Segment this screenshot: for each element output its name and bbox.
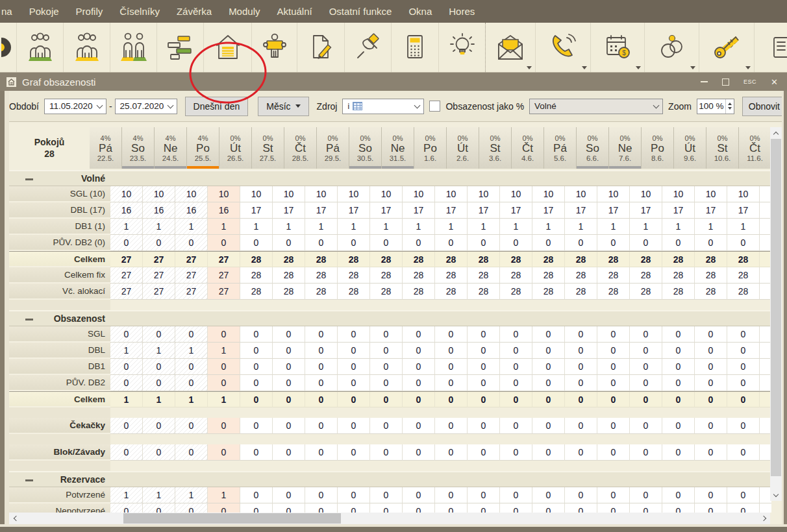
menu-item-hores[interactable]: Hores <box>440 6 483 17</box>
guests-group-yellow-icon[interactable] <box>64 23 110 72</box>
menu-item-okna[interactable]: Okna <box>400 6 440 17</box>
maximize-button[interactable] <box>722 79 729 86</box>
value-cell: 0 <box>597 487 630 503</box>
collapse-minus-icon[interactable] <box>25 319 33 320</box>
day-header-3-6-[interactable]: 0%St3.6. <box>479 127 512 169</box>
spin-up-icon[interactable] <box>728 103 732 105</box>
day-header-8-6-[interactable]: 0%Po8.6. <box>642 127 674 169</box>
value-cell: 0 <box>110 359 143 375</box>
day-name: Čt <box>522 142 533 154</box>
date-to-select[interactable]: 25.07.2020 <box>115 99 177 114</box>
day-header-30-5-[interactable]: 0%So30.5. <box>349 127 382 169</box>
mail-dropdown-arrow[interactable] <box>527 66 532 69</box>
row-label: Celkem <box>9 392 110 407</box>
edit-document-icon[interactable] <box>297 23 345 72</box>
menu-item-ciselniky[interactable]: Číselníky <box>111 6 168 17</box>
window-titlebar[interactable]: Graf obsazenosti ESC ✕ <box>0 73 787 91</box>
rings-dropdown-arrow[interactable] <box>690 66 695 69</box>
horizontal-scrollbar[interactable] <box>9 513 770 524</box>
esc-button[interactable]: ESC <box>743 79 756 85</box>
zoom-spinner[interactable]: 100 % <box>697 99 734 114</box>
menu-item-moduly[interactable]: Moduly <box>220 6 268 17</box>
value-cell: 0 <box>695 359 727 375</box>
vertical-scrollbar[interactable] <box>770 127 782 501</box>
guests-group-green-icon[interactable] <box>17 23 64 72</box>
calculator-icon[interactable] <box>392 23 439 72</box>
day-header-25-5-[interactable]: 4%Po25.5. <box>187 127 219 169</box>
zdroj-select[interactable]: i <box>342 99 424 114</box>
menu-item-profily[interactable]: Profily <box>68 6 112 17</box>
day-header-24-5-[interactable]: 4%Ne24.5. <box>155 127 187 169</box>
mail-icon[interactable] <box>486 23 536 72</box>
value-cell: 0 <box>435 444 468 461</box>
close-button[interactable]: ✕ <box>771 77 778 87</box>
home-rooms-icon[interactable] <box>204 23 252 72</box>
vertical-scrollbar-thumb[interactable] <box>771 139 781 476</box>
rings-icon[interactable] <box>645 23 699 72</box>
day-header-2-6-[interactable]: 0%Út2.6. <box>447 127 479 169</box>
spin-down-icon[interactable] <box>728 107 732 110</box>
day-header-11-6-[interactable]: 0%Čt11.6. <box>739 127 771 169</box>
key-icon[interactable] <box>699 23 755 72</box>
day-header-9-6-[interactable]: 0%Út9.6. <box>674 127 706 169</box>
month-button[interactable]: Měsíc <box>258 97 308 116</box>
day-header-6-6-[interactable]: 0%So6.6. <box>577 127 609 169</box>
table-row: PŮV. DB2000000000000000000000 <box>9 375 771 391</box>
value-cell: 28 <box>662 252 695 267</box>
value-cell: 0 <box>175 375 208 391</box>
menu-item-clipped[interactable]: na <box>0 6 21 17</box>
gantt-plan-icon[interactable] <box>157 23 204 72</box>
today-button[interactable]: Dnešní den <box>185 97 249 116</box>
day-header-1-6-[interactable]: 0%Po1.6. <box>414 127 447 169</box>
scroll-right-arrow[interactable] <box>758 513 770 524</box>
menu-item-aktualni[interactable]: Aktuální <box>268 6 320 17</box>
phone-icon[interactable] <box>536 23 591 72</box>
menu-item-pokoje[interactable]: Pokoje <box>21 6 68 17</box>
occupancy-pct-checkbox[interactable] <box>429 101 440 112</box>
day-header-5-6-[interactable]: 0%Pá5.6. <box>544 127 577 169</box>
value-cell: 1 <box>175 487 208 503</box>
section-header-row[interactable]: Obsazenost <box>9 310 771 326</box>
value-cell: 27 <box>175 284 208 300</box>
day-marker-bar <box>447 166 479 169</box>
section-header-row[interactable]: Rezervace <box>9 471 771 487</box>
value-cell: 0 <box>338 326 370 343</box>
day-header-7-6-[interactable]: 0%Ne7.6. <box>609 127 642 169</box>
day-header-29-5-[interactable]: 0%Pá29.5. <box>317 127 349 169</box>
scroll-down-arrow[interactable] <box>770 489 782 501</box>
calendar-dropdown-arrow[interactable] <box>636 66 641 69</box>
calendar-payment-icon[interactable]: $ <box>591 23 645 72</box>
key-dropdown-arrow[interactable] <box>745 66 751 69</box>
value-cell: 0 <box>175 444 208 461</box>
clipped-right-document-icon[interactable] <box>771 23 787 72</box>
day-header-27-5-[interactable]: 0%St27.5. <box>252 127 284 169</box>
day-header-22-5-[interactable]: 4%Pá22.5. <box>90 127 122 169</box>
menu-item-zaverka[interactable]: Závěrka <box>168 6 220 17</box>
day-header-28-5-[interactable]: 0%Čt28.5. <box>284 127 317 169</box>
phone-dropdown-arrow[interactable] <box>582 66 587 69</box>
day-header-4-6-[interactable]: 0%Čt4.6. <box>512 127 544 169</box>
value-cell: 0 <box>305 343 338 359</box>
date-from-select[interactable]: 11.05.2020 <box>44 99 106 114</box>
minimize-button[interactable] <box>701 81 708 82</box>
view-select[interactable]: Volné <box>529 99 663 114</box>
refresh-button[interactable]: Obnovit <box>742 97 786 116</box>
idea-bulb-icon[interactable] <box>439 23 486 72</box>
value-cell: 0 <box>565 392 597 407</box>
day-header-23-5-[interactable]: 4%So23.5. <box>122 127 155 169</box>
value-cell: 28 <box>727 267 760 284</box>
guest-pair-icon[interactable] <box>110 23 157 72</box>
clipped-left-icon[interactable] <box>0 23 17 72</box>
scroll-left-arrow[interactable] <box>9 513 21 524</box>
pin-icon[interactable] <box>345 23 392 72</box>
collapse-minus-icon[interactable] <box>25 479 33 481</box>
horizontal-scrollbar-thumb[interactable] <box>123 513 341 524</box>
collapse-minus-icon[interactable] <box>25 178 33 180</box>
section-header-row[interactable]: Volné <box>9 170 771 186</box>
day-header-31-5-[interactable]: 0%Ne31.5. <box>382 127 414 169</box>
guest-card-icon[interactable] <box>252 23 297 72</box>
day-header-10-6-[interactable]: 0%St10.6. <box>706 127 739 169</box>
menu-item-ostatni-funkce[interactable]: Ostatní funkce <box>321 6 401 17</box>
scroll-up-arrow[interactable] <box>770 127 782 139</box>
day-header-26-5-[interactable]: 0%Út26.5. <box>219 127 252 169</box>
